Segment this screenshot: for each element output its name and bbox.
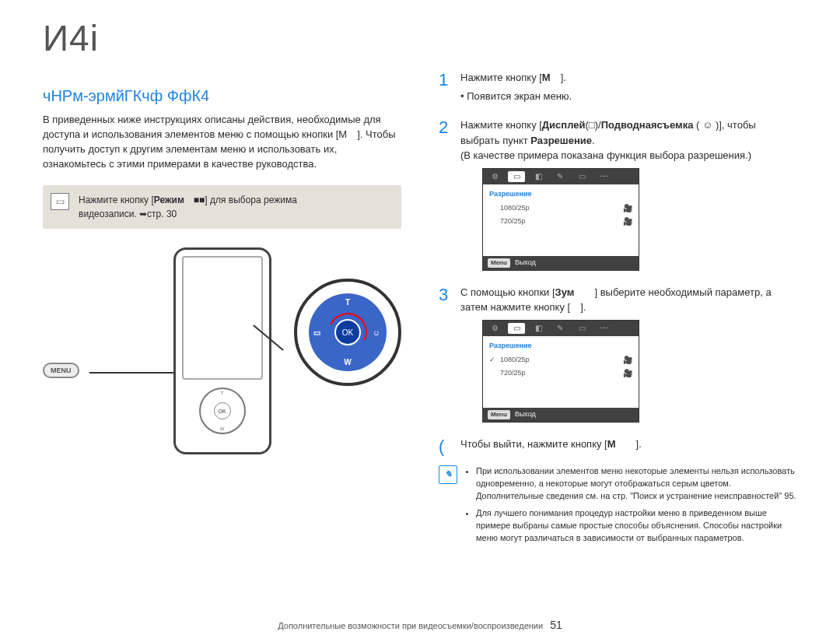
page-heading: И4і bbox=[43, 17, 797, 59]
note-text-line2: видеозаписи. ➥стр. 30 bbox=[79, 209, 177, 219]
menu-chip-label: MENU bbox=[51, 367, 72, 374]
tab-icon: ᠁ bbox=[595, 323, 612, 334]
menu-tabs: ⚙ ▭ ◧ ✎ ▭ ᠁ bbox=[483, 321, 639, 336]
tab-icon: ᠁ bbox=[595, 171, 612, 182]
menu-body: Разрешение ✓ 1080/25p 🎥 720/25p 🎥 bbox=[483, 336, 639, 408]
tab-gear-icon: ⚙ bbox=[486, 323, 503, 334]
row-label: 1080/25p bbox=[500, 355, 530, 366]
menu-footer-label: Выход bbox=[515, 409, 536, 420]
step-2-bold1: Дисплей bbox=[542, 119, 586, 131]
step-4-bold: M bbox=[607, 438, 636, 450]
page-number: 51 bbox=[545, 619, 562, 631]
menu-footer-label: Выход bbox=[515, 258, 536, 268]
menu-screenshot-1: ⚙ ▭ ◧ ✎ ▭ ᠁ Разрешение 1080/25p bbox=[482, 168, 639, 271]
section-subtitle: чНРм-эрмйГКчф ФфК4 bbox=[43, 87, 401, 105]
step-3-bold1: Зум bbox=[555, 286, 595, 298]
step-1-text-b: ]. bbox=[561, 72, 566, 83]
control-dial-callout: T W ▭ ☺ OK bbox=[294, 279, 401, 386]
step-2-parenthetical: (В качестве примера показана функция выб… bbox=[460, 149, 751, 161]
step-bracket: ( bbox=[439, 433, 444, 459]
dial-right-icon: ☺ bbox=[373, 328, 380, 337]
camera-icon: 🎥 bbox=[623, 202, 632, 214]
menu-section-label: Разрешение bbox=[489, 341, 632, 352]
tab-icon: ✎ bbox=[551, 171, 569, 182]
right-column: 1 Нажмите кнопку [M ]. • Появится экран … bbox=[439, 70, 797, 549]
row-check-icon: ✓ bbox=[489, 355, 495, 366]
callout-line bbox=[89, 372, 179, 374]
tab-video-icon: ▭ bbox=[508, 323, 525, 334]
step-4: ( Чтобы выйти, нажмите кнопку [M ]. bbox=[439, 437, 797, 452]
camera-icon: 🎥 bbox=[623, 354, 632, 366]
step-2-a: Нажмите кнопку [ bbox=[460, 119, 542, 131]
step-4-b: ]. bbox=[636, 438, 642, 450]
camera-body-icon: T W OK bbox=[173, 247, 271, 454]
page-footer: Дополнительные возможности при видеосъем… bbox=[0, 619, 840, 631]
camera-icon: 🎥 bbox=[623, 367, 632, 379]
control-dial-icon: T W ▭ ☺ OK bbox=[309, 293, 387, 371]
info-box: ✎ При использовании элементов меню некот… bbox=[439, 465, 797, 549]
menu-row: 720/25p 🎥 bbox=[489, 216, 632, 227]
camera-screen-icon bbox=[182, 256, 263, 380]
step-3-tail: ]. bbox=[580, 301, 586, 313]
menu-section-label: Разрешение bbox=[489, 189, 632, 200]
tab-gear-icon: ⚙ bbox=[486, 171, 503, 182]
camera-icon: 🎥 bbox=[623, 216, 632, 227]
note-text-line1a: Нажмите кнопку [ bbox=[79, 195, 154, 205]
footer-text: Дополнительные возможности при видеосъем… bbox=[278, 621, 543, 630]
step-number: 2 bbox=[439, 114, 448, 140]
menu-row: 720/25p 🎥 bbox=[489, 367, 632, 379]
menu-button-callout: MENU bbox=[43, 363, 79, 378]
menu-footer-tag: Menu bbox=[488, 410, 510, 419]
red-arrow-icon bbox=[323, 307, 373, 357]
menu-tabs: ⚙ ▭ ◧ ✎ ▭ ᠁ bbox=[483, 169, 639, 184]
menu-footer: Menu Выход bbox=[483, 256, 639, 270]
step-1-bullet: • Появится экран меню. bbox=[460, 89, 797, 104]
step-1: 1 Нажмите кнопку [M ]. • Появится экран … bbox=[439, 70, 797, 103]
step-3-bold2 bbox=[570, 301, 580, 313]
tab-video-icon: ▭ bbox=[508, 171, 525, 182]
step-2-bold3: Разрешение bbox=[530, 135, 592, 146]
device-illustration: MENU T W OK T W ▭ bbox=[43, 247, 401, 465]
tab-icon: ◧ bbox=[530, 171, 547, 182]
manual-page: И4і чНРм-эрмйГКчф ФфК4 В приведенных ниж… bbox=[0, 0, 840, 642]
row-label: 1080/25p bbox=[500, 203, 530, 214]
step-number: 3 bbox=[439, 282, 448, 307]
dial-t-label: T bbox=[345, 298, 350, 307]
left-column: чНРм-эрмйГКчф ФфК4 В приведенных ниже ин… bbox=[43, 70, 401, 549]
step-1-bullet-text: Появится экран меню. bbox=[467, 90, 572, 102]
mode-note-box: ▭ Нажмите кнопку [Режим ■■] для выбора р… bbox=[43, 185, 401, 229]
step-number: 1 bbox=[439, 67, 448, 93]
step-2-bold2: Подводнаясъемка bbox=[601, 119, 694, 131]
step-4-a: Чтобы выйти, нажмите кнопку [ bbox=[460, 438, 607, 450]
menu-body: Разрешение 1080/25p 🎥 720/25p 🎥 bbox=[483, 184, 639, 256]
info-item-1: При использовании элементов меню некотор… bbox=[476, 465, 797, 503]
tab-icon: ✎ bbox=[551, 323, 569, 334]
menu-footer: Menu Выход bbox=[483, 408, 639, 422]
tab-icon: ▭ bbox=[573, 323, 590, 334]
menu-row: ✓ 1080/25p 🎥 bbox=[489, 354, 632, 366]
info-item-2: Для лучшего понимания процедур настройки… bbox=[476, 507, 797, 545]
step-2-period: . bbox=[592, 135, 595, 146]
note-icon: ▭ bbox=[51, 193, 69, 210]
camera-control-pad: T W OK bbox=[199, 388, 246, 434]
tab-icon: ▭ bbox=[573, 171, 590, 182]
note-text-bold: Режим ■■ bbox=[154, 195, 205, 205]
info-list: При использовании элементов меню некотор… bbox=[465, 465, 797, 549]
dial-left-icon: ▭ bbox=[313, 328, 320, 337]
step-1-text-a: Нажмите кнопку [ bbox=[460, 72, 542, 83]
menu-screenshot-2: ⚙ ▭ ◧ ✎ ▭ ᠁ Разрешение ✓ 1080/25p bbox=[482, 320, 639, 423]
row-label: 720/25p bbox=[500, 368, 526, 379]
steps-list: 1 Нажмите кнопку [M ]. • Появится экран … bbox=[439, 70, 797, 451]
step-3: 3 С помощью кнопки [Зум ] выберите необх… bbox=[439, 285, 797, 423]
note-text-line1b: ] для выбора режима bbox=[205, 195, 297, 205]
step-1-bold: M bbox=[542, 72, 561, 83]
menu-row: 1080/25p 🎥 bbox=[489, 202, 632, 214]
tab-icon: ◧ bbox=[530, 323, 547, 334]
step-3-a: С помощью кнопки [ bbox=[460, 286, 555, 298]
row-label: 720/25p bbox=[500, 216, 526, 227]
two-column-layout: чНРм-эрмйГКчф ФфК4 В приведенных ниже ин… bbox=[43, 70, 797, 549]
intro-paragraph: В приведенных ниже инструкциях описаны д… bbox=[43, 113, 401, 171]
step-2-mid: (□)/ bbox=[586, 119, 601, 131]
step-2: 2 Нажмите кнопку [Дисплей(□)/Подводнаясъ… bbox=[439, 118, 797, 271]
menu-footer-tag: Menu bbox=[488, 258, 510, 268]
